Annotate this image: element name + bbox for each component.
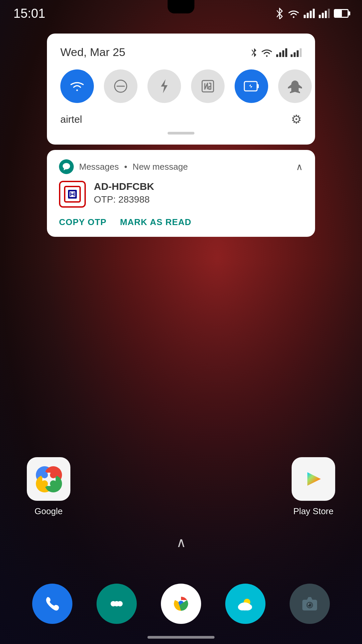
svg-point-14 <box>50 472 57 478</box>
signal-bars-2 <box>319 9 330 18</box>
svg-rect-7 <box>69 191 76 198</box>
sender-name: AD-HDFCBK <box>94 181 303 192</box>
qs-signal-bars <box>276 48 287 57</box>
playstore-icon-svg <box>300 466 327 492</box>
wifi-toggle-icon <box>69 80 85 93</box>
weather-dock-icon <box>235 594 255 614</box>
bottom-dock <box>0 584 362 624</box>
svg-rect-6 <box>257 84 259 88</box>
google-app-item[interactable]: Google <box>27 457 70 517</box>
notification-type: New message <box>133 162 188 172</box>
qs-bluetooth-icon <box>251 47 257 57</box>
svg-point-26 <box>243 604 252 610</box>
svg-rect-5 <box>244 82 257 91</box>
wifi-toggle[interactable] <box>60 69 94 103</box>
qs-drag-handle[interactable] <box>168 132 194 135</box>
qs-status-icons <box>251 47 302 57</box>
settings-icon[interactable]: ⚙ <box>291 112 302 126</box>
svg-point-31 <box>308 604 309 605</box>
battery-saver-toggle[interactable] <box>235 69 268 103</box>
notification-expand-icon[interactable]: ∧ <box>296 161 303 172</box>
dock-messages[interactable] <box>97 584 137 624</box>
phone-frame: 15:01 <box>0 0 362 644</box>
status-icons <box>276 8 349 19</box>
message-text-block: AD-HDFCBK OTP: 283988 <box>94 181 303 205</box>
dock-weather[interactable] <box>225 584 265 624</box>
sender-icon-inner <box>64 186 81 203</box>
spacer <box>70 457 292 517</box>
playstore-app-label: Play Store <box>293 506 334 517</box>
home-apps: Google <box>0 457 362 517</box>
message-content: AD-HDFCBK OTP: 283988 <box>59 181 303 208</box>
svg-line-0 <box>252 50 254 52</box>
quick-settings-card: Wed, Mar 25 <box>47 34 315 145</box>
copy-otp-button[interactable]: COPY OTP <box>59 217 107 227</box>
google-app-label: Google <box>35 506 63 517</box>
svg-point-15 <box>41 480 48 487</box>
phone-dock-icon <box>43 594 62 613</box>
qs-header: Wed, Mar 25 <box>60 46 302 59</box>
qs-footer: airtel ⚙ <box>60 112 302 126</box>
dock-phone[interactable] <box>32 584 72 624</box>
notification-header: Messages • New message ∧ <box>59 159 303 174</box>
nfc-toggle[interactable] <box>191 69 225 103</box>
dock-chrome[interactable] <box>161 584 201 624</box>
notification-dot: • <box>124 162 127 172</box>
status-time: 15:01 <box>13 6 45 21</box>
camera-dock-icon <box>300 594 320 614</box>
camera-notch <box>168 0 194 13</box>
svg-point-20 <box>117 601 123 606</box>
notification-app-info: Messages • New message <box>59 159 188 174</box>
notification-panel: Wed, Mar 25 <box>47 0 315 237</box>
messages-dock-icon <box>107 594 127 614</box>
notification-actions: COPY OTP MARK AS READ <box>59 217 303 227</box>
message-notification[interactable]: Messages • New message ∧ <box>47 150 315 237</box>
wifi-status-icon <box>288 9 300 18</box>
toggles-row <box>60 69 302 103</box>
svg-point-13 <box>41 472 48 478</box>
battery-saver-icon <box>244 80 259 92</box>
messages-icon-svg <box>62 162 71 171</box>
notification-app-name: Messages <box>79 162 119 172</box>
home-indicator[interactable] <box>147 636 215 639</box>
app-drawer-handle[interactable]: ∧ <box>176 535 186 550</box>
messages-app-icon <box>59 159 74 174</box>
sender-icon <box>59 181 86 208</box>
qs-wifi-icon <box>261 48 273 57</box>
signal-bars <box>304 9 315 18</box>
nfc-toggle-icon <box>200 78 216 94</box>
carrier-name: airtel <box>60 114 82 125</box>
flash-toggle-icon <box>158 78 170 94</box>
svg-line-1 <box>252 52 254 55</box>
mark-as-read-button[interactable]: MARK AS READ <box>120 217 191 227</box>
message-body: OTP: 283988 <box>94 194 303 205</box>
bluetooth-icon <box>276 8 284 19</box>
qs-date: Wed, Mar 25 <box>60 46 125 59</box>
dnd-toggle-icon <box>113 78 128 94</box>
playstore-app-icon <box>292 457 335 501</box>
qs-signal-bars-2 <box>291 48 302 57</box>
chrome-dock-icon <box>169 592 193 615</box>
playstore-app-item[interactable]: Play Store <box>292 457 335 517</box>
hdfc-icon-svg <box>67 189 77 199</box>
google-app-icon <box>27 457 70 501</box>
dock-camera[interactable] <box>290 584 330 624</box>
flash-toggle[interactable] <box>147 69 181 103</box>
google-icon-svg <box>35 466 62 492</box>
airplane-icon <box>287 78 303 94</box>
airplane-toggle[interactable] <box>278 69 312 103</box>
dnd-toggle[interactable] <box>104 69 137 103</box>
svg-point-16 <box>50 480 57 487</box>
battery-icon <box>334 9 349 18</box>
